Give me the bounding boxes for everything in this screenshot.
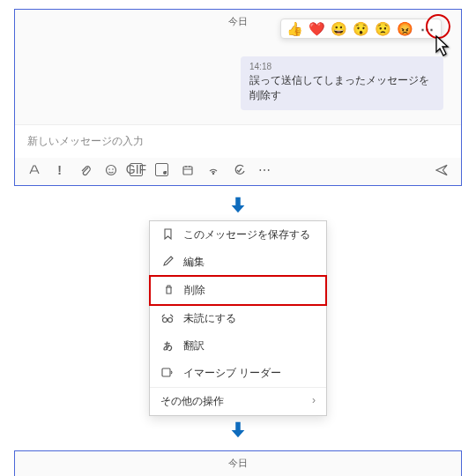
message-text: 誤って送信してしまったメッセージを削除す	[249, 73, 435, 103]
translate-icon: あ	[160, 339, 175, 353]
send-icon[interactable]	[435, 163, 449, 176]
svg-point-5	[163, 317, 167, 322]
meet-icon[interactable]	[181, 163, 194, 176]
approvals-icon[interactable]	[232, 163, 245, 176]
reaction-surprised[interactable]: 😯	[353, 22, 369, 35]
date-separator: 今日	[15, 451, 461, 472]
sticker-icon[interactable]	[155, 163, 168, 176]
reaction-bar: 👍 ❤️ 😀 😯 😟 😡 ⋯	[280, 19, 442, 39]
svg-point-1	[108, 168, 110, 170]
menu-label: イマーシブ リーダー	[183, 366, 281, 381]
menu-unread[interactable]: 未読にする	[150, 305, 326, 332]
reaction-sad[interactable]: 😟	[375, 22, 391, 35]
reader-icon	[160, 367, 175, 381]
menu-label: 未読にする	[183, 311, 236, 326]
svg-point-4	[212, 172, 213, 174]
svg-point-0	[106, 165, 115, 175]
pencil-icon	[160, 256, 175, 270]
arrow-down-icon	[0, 420, 476, 442]
message-input[interactable]: 新しいメッセージの入力	[15, 124, 461, 158]
menu-label: 翻訳	[183, 338, 205, 353]
menu-more-actions[interactable]: その他の操作 ›	[150, 387, 326, 415]
svg-point-2	[112, 168, 114, 170]
chat-panel-before: 今日 👍 ❤️ 😀 😯 😟 😡 ⋯ 14:18 誤って送信してしまったメッセージ…	[14, 9, 462, 186]
menu-edit[interactable]: 編集	[150, 249, 326, 276]
format-icon[interactable]	[27, 163, 41, 176]
reaction-heart[interactable]: ❤️	[309, 22, 325, 35]
bookmark-icon	[160, 228, 175, 242]
svg-point-6	[168, 317, 173, 322]
toolbar-more-icon[interactable]: ⋯	[257, 163, 271, 176]
menu-label: その他の操作	[160, 394, 224, 409]
more-options-button[interactable]: ⋯	[419, 22, 435, 35]
chevron-right-icon: ›	[312, 394, 316, 409]
menu-translate[interactable]: あ 翻訳	[150, 332, 326, 360]
compose-toolbar: ! GIF ⋯	[15, 158, 461, 185]
reaction-thumbsup[interactable]: 👍	[286, 22, 303, 35]
arrow-down-icon	[0, 195, 476, 217]
menu-save-message[interactable]: このメッセージを保存する	[150, 221, 326, 249]
svg-rect-3	[183, 167, 192, 175]
svg-rect-7	[162, 368, 170, 376]
message-time: 14:18	[249, 62, 435, 71]
context-menu: このメッセージを保存する 編集 削除 未読にする あ 翻訳 イマーシブ リーダー…	[149, 220, 327, 416]
reaction-laugh[interactable]: 😀	[331, 22, 347, 35]
unread-icon	[160, 312, 175, 326]
message-bubble[interactable]: 14:18 誤って送信してしまったメッセージを削除す	[241, 56, 443, 110]
menu-immersive-reader[interactable]: イマーシブ リーダー	[150, 360, 326, 387]
priority-icon[interactable]: !	[53, 163, 66, 176]
gif-icon[interactable]: GIF	[130, 163, 143, 176]
stream-icon[interactable]	[206, 163, 219, 176]
menu-label: このメッセージを保存する	[183, 227, 310, 242]
reaction-angry[interactable]: 😡	[397, 22, 413, 35]
emoji-icon[interactable]	[104, 163, 117, 176]
menu-delete[interactable]: 削除	[149, 275, 327, 306]
attach-icon[interactable]	[78, 163, 92, 176]
menu-label: 削除	[184, 283, 205, 298]
chat-panel-after: 今日 このメッセージは削除されました。 元に戻す 新しいメッセージの入力 ! G…	[14, 450, 462, 476]
trash-icon	[161, 284, 175, 298]
menu-label: 編集	[183, 255, 205, 270]
